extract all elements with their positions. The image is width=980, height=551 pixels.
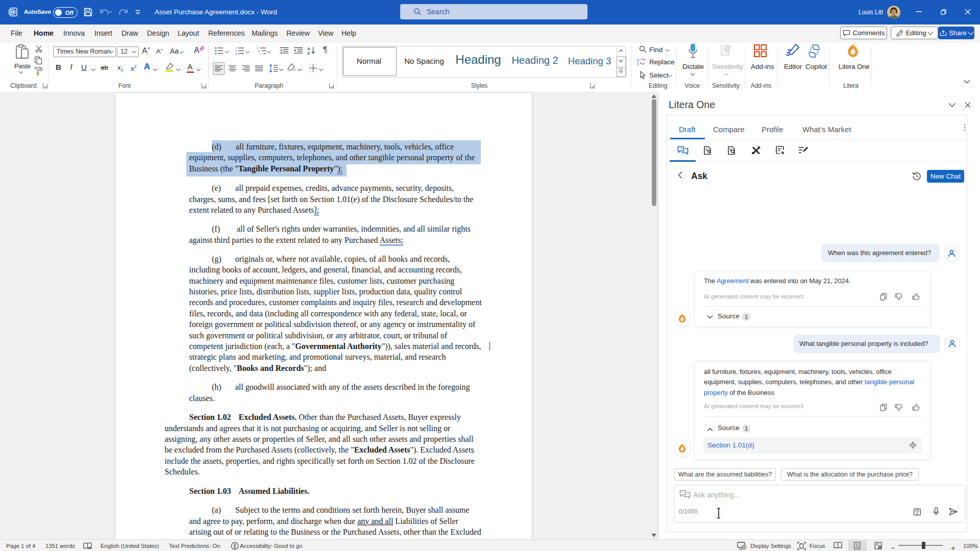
svg-text:?: ? — [682, 491, 684, 494]
svg-text:A: A — [307, 46, 310, 51]
svg-text:i: i — [260, 53, 260, 55]
svg-text:Z: Z — [307, 51, 310, 55]
svg-text:3: 3 — [235, 53, 237, 55]
svg-text:W: W — [10, 10, 14, 14]
svg-text:?: ? — [680, 147, 682, 151]
